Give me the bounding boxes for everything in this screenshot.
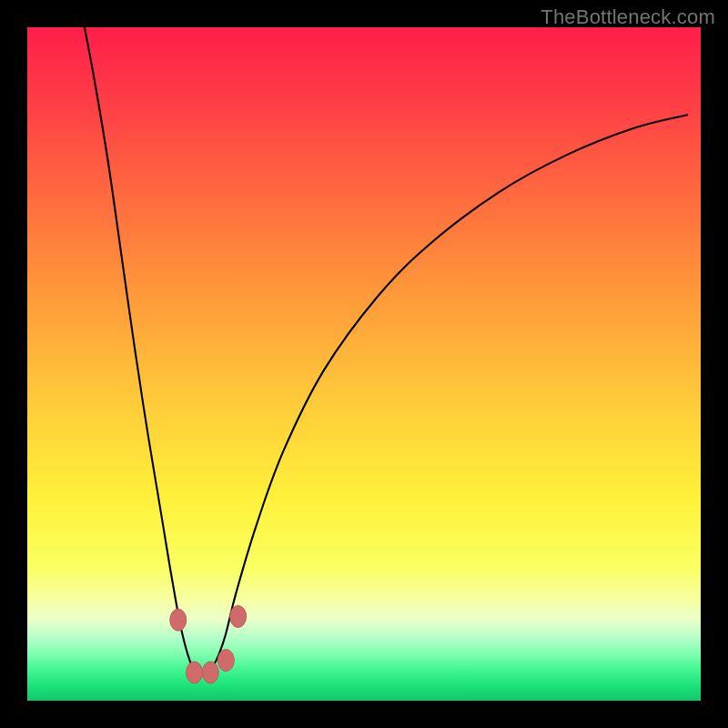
bottleneck-chart: [0, 0, 728, 728]
chart-stage: TheBottleneck.com: [0, 0, 728, 728]
curve-marker: [187, 662, 203, 683]
curve-marker: [202, 662, 218, 683]
curve-marker: [170, 609, 187, 631]
curve-marker: [230, 606, 247, 628]
plot-background: [27, 27, 701, 701]
curve-marker: [217, 650, 234, 672]
